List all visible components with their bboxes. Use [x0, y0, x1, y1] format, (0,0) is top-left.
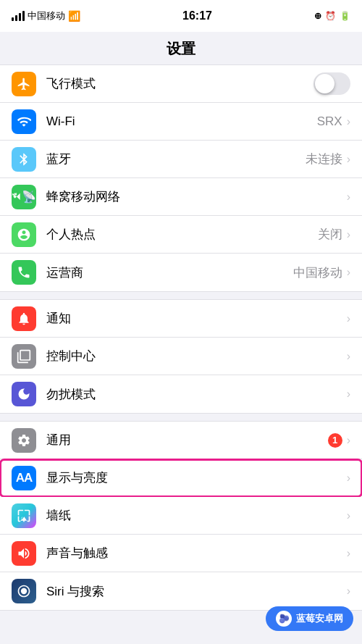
dnd-row[interactable]: 勿扰模式 ›: [0, 375, 362, 413]
sounds-row[interactable]: 声音与触感 ›: [0, 535, 362, 572]
notifications-row[interactable]: 通知 ›: [0, 300, 362, 338]
general-row[interactable]: 通用 1 ›: [0, 422, 362, 459]
siri-icon: [12, 579, 36, 603]
general-chevron: ›: [347, 434, 350, 447]
connectivity-group: 飞行模式 Wi-Fi SRX › 蓝牙 未连接 › 📡 蜂窝移动网络 ›: [0, 64, 362, 292]
control-center-label: 控制中心: [46, 348, 347, 364]
display-row[interactable]: AA 显示与亮度 ›: [0, 459, 362, 497]
siri-row[interactable]: Siri 与搜索 ›: [0, 572, 362, 610]
notifications-icon: [12, 306, 36, 331]
carrier-value: 中国移动: [293, 264, 342, 281]
general-label: 通用: [46, 432, 328, 448]
wallpaper-label: 墙纸: [46, 507, 347, 524]
carrier-label: 中国移动: [28, 9, 65, 22]
airplane-mode-row[interactable]: 飞行模式: [0, 65, 362, 103]
page-header: 设置: [0, 32, 362, 64]
hotspot-row[interactable]: 个人热点 关闭 ›: [0, 216, 362, 254]
svg-point-0: [21, 588, 27, 594]
airplane-toggle[interactable]: [313, 72, 350, 95]
bluetooth-chevron: ›: [347, 153, 350, 166]
hotspot-chevron: ›: [347, 228, 350, 241]
wifi-status-icon: 📶: [68, 10, 80, 22]
status-left: 中国移动 📶: [12, 9, 80, 22]
display-icon: AA: [12, 466, 36, 490]
bluetooth-icon: [12, 147, 36, 172]
display-chevron: ›: [347, 472, 350, 485]
notifications-group: 通知 › 控制中心 › 勿扰模式 ›: [0, 299, 362, 414]
airplane-icon: [12, 72, 36, 96]
control-center-icon: [12, 344, 36, 369]
sounds-icon: [12, 541, 36, 566]
sounds-label: 声音与触感: [46, 545, 347, 561]
notifications-label: 通知: [46, 310, 347, 327]
watermark: 🫐 蓝莓安卓网: [266, 606, 353, 631]
airplane-label: 飞行模式: [46, 75, 313, 92]
wallpaper-row[interactable]: 墙纸 ›: [0, 497, 362, 535]
wifi-chevron: ›: [347, 115, 350, 128]
siri-label: Siri 与搜索: [46, 583, 347, 600]
wifi-icon: [12, 109, 36, 134]
carrier-row[interactable]: 运营商 中国移动 ›: [0, 254, 362, 291]
toggle-knob: [315, 74, 334, 93]
siri-chevron: ›: [347, 585, 350, 598]
watermark-icon: 🫐: [276, 611, 292, 627]
carrier-icon: [12, 260, 36, 285]
wifi-label: Wi-Fi: [46, 114, 317, 129]
cellular-row[interactable]: 📡 蜂窝移动网络 ›: [0, 178, 362, 216]
dnd-label: 勿扰模式: [46, 386, 347, 403]
general-badge: 1: [328, 433, 342, 448]
bluetooth-label: 蓝牙: [46, 151, 306, 167]
control-center-row[interactable]: 控制中心 ›: [0, 338, 362, 375]
wifi-row[interactable]: Wi-Fi SRX ›: [0, 103, 362, 141]
clock: 16:17: [182, 9, 212, 22]
watermark-text: 蓝莓安卓网: [296, 612, 343, 625]
status-right: ⊕ ⏰ 🔋: [314, 11, 350, 21]
cellular-chevron: ›: [347, 191, 350, 204]
dnd-chevron: ›: [347, 388, 350, 401]
hotspot-label: 个人热点: [46, 226, 318, 243]
status-bar: 中国移动 📶 16:17 ⊕ ⏰ 🔋: [0, 0, 362, 32]
wifi-value: SRX: [317, 114, 342, 129]
cellular-icon: 📡: [12, 185, 36, 209]
carrier-label-item: 运营商: [46, 264, 293, 281]
battery-icon: 🔋: [340, 11, 350, 21]
carrier-chevron: ›: [347, 266, 350, 279]
wallpaper-chevron: ›: [347, 509, 350, 522]
general-icon: [12, 428, 36, 453]
hotspot-value: 关闭: [318, 226, 342, 243]
display-label: 显示与亮度: [46, 469, 347, 486]
dnd-icon: [12, 382, 36, 406]
sounds-chevron: ›: [347, 547, 350, 560]
hotspot-icon: [12, 222, 36, 247]
wallpaper-icon: [12, 503, 36, 528]
alarm-icon: ⏰: [325, 11, 336, 21]
page-title: 设置: [167, 41, 195, 57]
notifications-chevron: ›: [347, 312, 350, 325]
general-group: 通用 1 › AA 显示与亮度 › 墙纸 › 声音与触感 › Siri 与搜索 …: [0, 421, 362, 611]
bluetooth-value: 未连接: [306, 151, 342, 167]
location-icon: ⊕: [314, 11, 321, 21]
signal-icon: [12, 11, 25, 21]
control-center-chevron: ›: [347, 350, 350, 363]
bluetooth-row[interactable]: 蓝牙 未连接 ›: [0, 141, 362, 178]
cellular-label: 蜂窝移动网络: [46, 188, 347, 205]
